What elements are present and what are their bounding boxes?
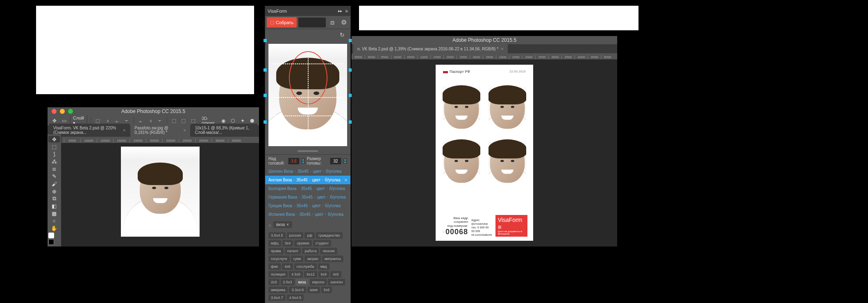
wand-tool[interactable]: ⁂ xyxy=(48,158,60,165)
preview-area[interactable] xyxy=(265,41,350,149)
tag[interactable]: 3.6x4.7 xyxy=(268,294,286,301)
head-gap-input[interactable] xyxy=(288,158,300,165)
tag[interactable]: фмс xyxy=(268,263,281,270)
brush-tool[interactable]: 🖌 xyxy=(48,181,60,187)
crop-handle[interactable] xyxy=(264,39,267,42)
clone-tool[interactable]: ⧉ xyxy=(48,195,60,202)
tag[interactable]: рф xyxy=(304,232,314,239)
doc-tab[interactable]: 10x15-1 @ 88,3% (Кривые 1, Слой-маска/..… xyxy=(191,124,257,137)
maximize-icon[interactable] xyxy=(68,109,73,114)
head-gap-label: Над головой: xyxy=(268,156,286,165)
fg-color[interactable] xyxy=(48,233,54,238)
ruler-horizontal: 5000500010000100001500015000200002000025… xyxy=(48,137,259,143)
gear-icon[interactable]: ⚙ xyxy=(339,18,349,27)
tag[interactable]: пенсия xyxy=(320,248,337,254)
search-chip[interactable]: виза× xyxy=(273,221,292,228)
visaform-logo: VisaForm ⊞ фото на документы в Фотошопе xyxy=(495,215,527,237)
titlebar: Adobe Photoshop CC 2015.5 xyxy=(48,107,259,115)
panel-header: VisaForm ▸▸ ≡ xyxy=(265,6,350,16)
tag[interactable]: 4.5x5 xyxy=(289,271,303,278)
tag[interactable]: 5x5 xyxy=(321,287,332,293)
build-button[interactable]: ⬚ Собрать xyxy=(267,17,297,27)
tag[interactable]: мигранты xyxy=(322,256,343,262)
format-row[interactable]: Англия Виза›35x45›цвет›б/уголка≡ xyxy=(265,176,350,184)
tag[interactable]: 4x5 xyxy=(330,271,341,278)
slider-handle[interactable] xyxy=(298,150,318,152)
collapse-icon[interactable]: ▸▸ xyxy=(338,9,342,14)
tag[interactable]: 2.5x3 xyxy=(281,279,295,285)
remove-chip-icon[interactable]: × xyxy=(286,222,289,227)
format-row[interactable]: Испания Виза›35x45›цвет›б/уголка xyxy=(265,210,350,219)
tag[interactable]: студент xyxy=(313,240,331,246)
minimize-icon[interactable] xyxy=(60,109,65,114)
crop-icon[interactable]: ⧈ xyxy=(327,18,337,27)
close-tab-icon[interactable]: × xyxy=(183,128,186,133)
eyedropper-tool[interactable]: ✎ xyxy=(48,173,60,180)
close-tab-icon[interactable]: × xyxy=(123,128,125,133)
healing-tool[interactable]: ⊕ xyxy=(48,188,60,194)
tag[interactable]: загран xyxy=(304,256,320,262)
id-photo xyxy=(489,139,526,187)
tag[interactable]: мфц xyxy=(268,240,281,246)
tag[interactable]: гувм xyxy=(291,256,304,262)
tag[interactable]: азия xyxy=(307,287,320,293)
tag[interactable]: европа xyxy=(310,279,327,285)
tag[interactable]: америка xyxy=(268,287,288,293)
tag[interactable]: россия xyxy=(287,232,304,239)
stepper[interactable]: ▲▼ xyxy=(343,158,347,164)
tags-cloud: 3.5x4.5россиярфгражданствомфц3x4оружиест… xyxy=(265,231,350,303)
head-size-input[interactable] xyxy=(330,158,341,165)
tag[interactable]: госуслуги xyxy=(268,256,290,262)
eraser-tool[interactable]: ◧ xyxy=(48,203,60,209)
tag[interactable]: работа xyxy=(302,248,319,254)
tag[interactable]: госслужба xyxy=(294,263,317,270)
tag[interactable]: 4x6 xyxy=(282,263,293,270)
row-menu-icon[interactable]: ≡ xyxy=(345,178,347,182)
gradient-tool[interactable]: ▦ xyxy=(48,210,60,217)
close-tab-icon[interactable]: × xyxy=(501,46,503,51)
marquee-tool[interactable]: ⬚ xyxy=(48,143,60,150)
tag[interactable]: 6x9 xyxy=(318,271,329,278)
saved-block: Ваш кадр сохранен под номером: →00068 xyxy=(441,216,468,237)
format-row[interactable]: Германия Виза›35x45›цвет›б/уголка xyxy=(265,193,350,201)
lasso-tool[interactable]: ⟆ xyxy=(48,151,60,157)
tag[interactable]: 3.5x4.5 xyxy=(268,232,286,239)
portrait-image xyxy=(121,147,200,237)
doc-tab-active[interactable]: n. VK Beta 2.psd @ 1,39% (Снимок экрана … xyxy=(353,44,508,53)
bg-color[interactable] xyxy=(48,239,54,245)
crop-handle[interactable] xyxy=(264,94,267,97)
tag[interactable]: права xyxy=(268,248,284,254)
window-title: Adobe Photoshop CC 2015.5 xyxy=(452,37,516,43)
tag[interactable]: 3x4 xyxy=(282,240,293,246)
refresh-icon[interactable]: ↻ xyxy=(337,30,347,40)
canvas[interactable]: Паспорт РФ 22.00.2016 Ваш кадр сохранен … xyxy=(352,60,617,246)
tag[interactable]: 2x3 xyxy=(268,279,279,285)
tag[interactable]: патент xyxy=(285,248,301,254)
tag[interactable]: оружие xyxy=(294,240,312,246)
tag[interactable]: гражданство xyxy=(316,232,343,239)
move-tool[interactable]: ✥ xyxy=(48,136,60,142)
canvas[interactable] xyxy=(61,143,259,246)
tag[interactable]: виза xyxy=(296,279,309,285)
dodge-tool[interactable]: ○ xyxy=(48,218,60,224)
crop-handle[interactable] xyxy=(264,68,267,72)
hand-tool[interactable]: ✋ xyxy=(48,225,60,232)
crop-tool[interactable]: ⧈ xyxy=(48,166,60,172)
tag[interactable]: шенген xyxy=(328,279,345,285)
tag[interactable]: полиция xyxy=(268,271,288,278)
tag[interactable]: 4.5x4.5 xyxy=(287,294,304,301)
menu-icon[interactable]: ≡ xyxy=(345,9,348,14)
search-icon[interactable]: ⌕ xyxy=(268,222,271,227)
tag[interactable]: мвд xyxy=(318,263,329,270)
stepper[interactable]: ▲▼ xyxy=(301,158,305,164)
format-row[interactable]: Болгария Виза›35x45›цвет›б/уголка xyxy=(265,184,350,193)
tag[interactable]: 9x12 xyxy=(304,271,317,278)
format-row[interactable]: Шенген Виза›35x45›цвет›б/уголка xyxy=(265,167,350,176)
format-row[interactable]: Греция Виза›35x45›цвет›б/уголка xyxy=(265,201,350,210)
tag[interactable]: 3.3x4.8 xyxy=(289,287,306,293)
close-icon[interactable] xyxy=(52,109,57,114)
window-controls[interactable] xyxy=(48,109,73,114)
doc-tab-active[interactable]: Passfoto.sw.jpg @ 0,181% (RGB/8) *× xyxy=(130,124,190,137)
crop-handle[interactable] xyxy=(264,120,267,124)
ruler-horizontal: 8500900095000000050010001500200025003000… xyxy=(352,53,617,60)
